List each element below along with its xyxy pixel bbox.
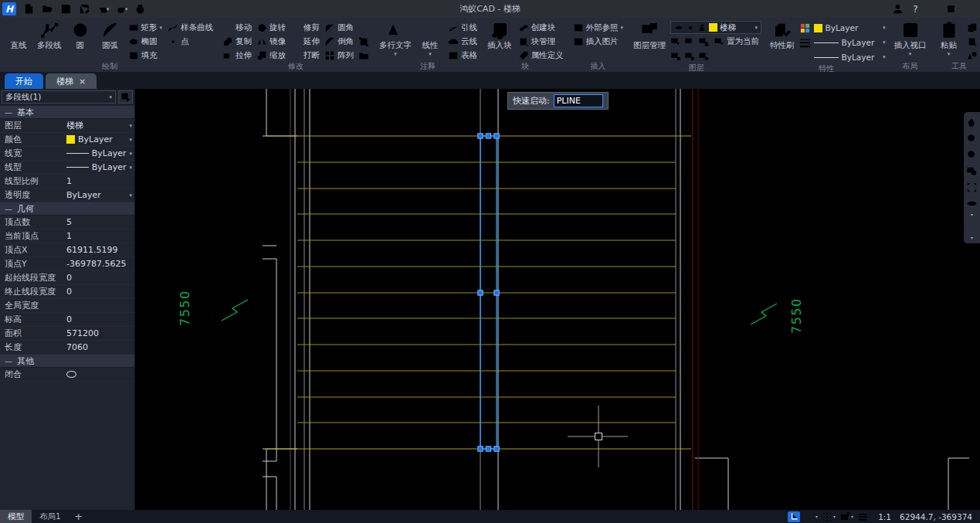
save-button[interactable] bbox=[57, 2, 75, 16]
circle-button[interactable]: 圆 bbox=[66, 19, 94, 51]
copy-clip-button[interactable]: ▾ bbox=[965, 21, 980, 34]
layer-off-tool-icon[interactable] bbox=[670, 36, 681, 47]
drawing-canvas[interactable]: 7550 7550 快速启动: ▾ ▾ bbox=[135, 89, 980, 510]
mirror-button[interactable]: 镜像 bbox=[255, 35, 287, 48]
viewport-dropdown-caret[interactable]: ▾ bbox=[909, 51, 912, 57]
quick-select-button[interactable] bbox=[118, 90, 133, 104]
close-button[interactable] bbox=[960, 2, 978, 16]
layer-isolate-tool-icon[interactable] bbox=[670, 51, 681, 62]
copy-button[interactable]: 复制 bbox=[221, 35, 253, 48]
insert-block-button[interactable]: 插入块 bbox=[485, 19, 514, 51]
move-button[interactable]: 移动 bbox=[221, 21, 253, 34]
collapse-icon[interactable]: — bbox=[5, 205, 12, 213]
orbit-dropdown-caret[interactable]: ▾ bbox=[971, 213, 973, 217]
prop-row-global-width[interactable]: 全局宽度 bbox=[0, 299, 134, 313]
region-button[interactable] bbox=[357, 35, 371, 48]
prop-row-current-vertex[interactable]: 当前顶点1 bbox=[0, 229, 134, 243]
zoom-out-button[interactable] bbox=[965, 148, 978, 161]
grid-dropdown-caret[interactable]: ▾ bbox=[833, 514, 836, 519]
layer-color-swatch[interactable] bbox=[709, 23, 717, 32]
copy-base-button[interactable]: ▾ bbox=[965, 35, 980, 48]
collapse-icon[interactable]: — bbox=[5, 108, 12, 117]
rectangle-button[interactable]: 矩形▾ bbox=[127, 21, 164, 34]
minimize-button[interactable] bbox=[924, 2, 942, 16]
match-properties-button[interactable]: 特性刷 bbox=[768, 19, 797, 51]
redo-button[interactable]: ▾ bbox=[113, 2, 131, 16]
xref-dropdown-caret[interactable]: ▾ bbox=[621, 25, 624, 31]
ellipse-button[interactable]: 椭圆 bbox=[127, 35, 164, 48]
grid-snap-toggle[interactable]: ▾ bbox=[822, 511, 836, 522]
wall-lines[interactable] bbox=[263, 89, 969, 510]
layer-select-combo[interactable]: 楼梯 ▾ bbox=[670, 21, 761, 34]
tab-start[interactable]: 开始 bbox=[5, 73, 43, 89]
lineweight-display-toggle[interactable] bbox=[857, 511, 868, 522]
print-button[interactable] bbox=[131, 2, 149, 16]
entity-selector-combo[interactable]: 多段线(1)▾ bbox=[2, 90, 116, 104]
spline-button[interactable]: 样条曲线 bbox=[166, 21, 215, 34]
undo-dropdown-caret[interactable]: ▾ bbox=[107, 6, 110, 12]
redo-dropdown-caret[interactable]: ▾ bbox=[125, 6, 128, 12]
mtext-button[interactable]: 多行文字▾ bbox=[377, 19, 414, 57]
open-file-button[interactable] bbox=[39, 2, 56, 16]
mtext-dropdown-caret[interactable]: ▾ bbox=[394, 51, 397, 57]
viewport-scale[interactable]: 1:1 bbox=[878, 512, 891, 521]
color-control[interactable]: ByLayer ▾ bbox=[799, 21, 886, 35]
tab-close-icon[interactable]: × bbox=[79, 76, 86, 87]
prop-row-start-width[interactable]: 起始线段宽度0 bbox=[0, 271, 134, 285]
stretch-button[interactable]: 拉伸 bbox=[221, 49, 253, 62]
dynamic-input-toggle[interactable]: ▾ bbox=[839, 511, 853, 522]
ortho-toggle[interactable] bbox=[788, 511, 800, 522]
attribute-def-button[interactable]: 属性定义 bbox=[517, 49, 565, 62]
user-account-button[interactable] bbox=[889, 2, 907, 16]
layer-unlock-icon[interactable] bbox=[697, 23, 707, 32]
section-basic[interactable]: —基本 bbox=[0, 106, 134, 119]
prop-row-linetype-scale[interactable]: 线型比例1 bbox=[0, 175, 134, 188]
model-tab[interactable]: 模型 bbox=[0, 510, 32, 523]
paste-button[interactable]: 粘贴▾ bbox=[935, 19, 963, 57]
zoom-extents-button[interactable] bbox=[965, 181, 978, 194]
array-button[interactable]: 阵列 bbox=[323, 49, 355, 62]
zoom-in-button[interactable] bbox=[965, 132, 978, 145]
break-button[interactable]: 打断 bbox=[289, 49, 321, 62]
table-button[interactable]: 表格 bbox=[446, 49, 479, 62]
pan-button[interactable] bbox=[965, 116, 978, 129]
layer-lock-tool-icon[interactable] bbox=[698, 36, 709, 47]
app-logo-icon[interactable]: H bbox=[2, 2, 16, 15]
extend-button[interactable]: 延伸 bbox=[289, 35, 321, 48]
ucs-move-button[interactable] bbox=[965, 220, 978, 233]
linetype-control[interactable]: ByLayer ▾ bbox=[799, 50, 886, 64]
linetype-dropdown-caret[interactable]: ▾ bbox=[883, 54, 886, 60]
prop-row-end-width[interactable]: 终止线段宽度0 bbox=[0, 285, 134, 299]
prop-row-vertex-y[interactable]: 顶点Y-369787.5625 bbox=[0, 257, 134, 271]
lineweight-control[interactable]: ByLayer ▾ bbox=[799, 36, 886, 49]
layer-thaw-icon[interactable] bbox=[686, 23, 695, 32]
dyninput-dropdown-caret[interactable]: ▾ bbox=[851, 514, 853, 519]
dropdown-caret-icon[interactable]: ▾ bbox=[129, 137, 132, 143]
prop-row-linetype[interactable]: 线型ByLayer▾ bbox=[0, 161, 134, 175]
linear-dim-dropdown-caret[interactable]: ▾ bbox=[429, 51, 432, 57]
new-file-button[interactable] bbox=[20, 2, 38, 16]
rectangle-dropdown-caret[interactable]: ▾ bbox=[160, 25, 163, 31]
dropdown-caret-icon[interactable]: ▾ bbox=[129, 192, 132, 199]
dropdown-caret-icon[interactable]: ▾ bbox=[129, 165, 132, 171]
layout1-tab[interactable]: 布局1 bbox=[32, 510, 69, 523]
prop-row-layer[interactable]: 图层楼梯▾ bbox=[0, 119, 134, 133]
section-geometry[interactable]: —几何 bbox=[0, 202, 134, 216]
add-layout-button[interactable]: + bbox=[69, 511, 89, 522]
hatch-button[interactable]: 填充 bbox=[127, 49, 164, 62]
point-button[interactable]: 点 bbox=[166, 35, 215, 48]
layer-freeze-tool-icon[interactable] bbox=[684, 36, 695, 47]
entity-selector-caret[interactable]: ▾ bbox=[109, 94, 112, 100]
linear-dim-button[interactable]: 线性▾ bbox=[416, 19, 444, 57]
polar-dropdown-caret[interactable]: ▾ bbox=[816, 514, 818, 519]
leader-button[interactable]: 引线 bbox=[446, 21, 479, 34]
layer-unisolate-tool-icon[interactable] bbox=[684, 51, 695, 62]
maximize-button[interactable] bbox=[942, 2, 960, 16]
closed-toggle-icon[interactable] bbox=[66, 371, 76, 378]
dimension-marks[interactable]: 7550 7550 bbox=[178, 290, 804, 334]
create-block-button[interactable]: 创建块 bbox=[517, 21, 565, 34]
layer-visible-icon[interactable] bbox=[674, 23, 683, 32]
layer-dropdown-caret[interactable]: ▾ bbox=[755, 25, 758, 31]
find-button[interactable] bbox=[965, 49, 980, 62]
ucs-dropdown-caret[interactable]: ▾ bbox=[971, 236, 973, 240]
